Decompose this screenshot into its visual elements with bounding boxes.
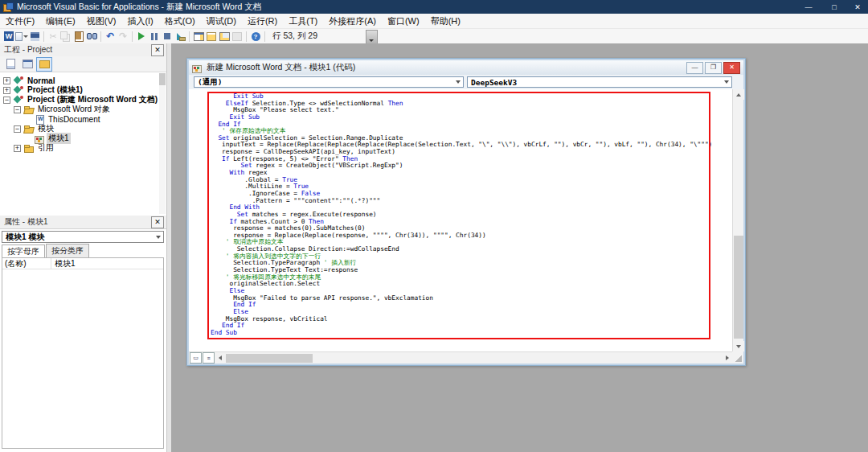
find-icon[interactable] bbox=[85, 31, 98, 43]
close-button[interactable]: ✕ bbox=[847, 0, 868, 14]
object-browser-icon[interactable] bbox=[218, 31, 231, 43]
undo-icon[interactable] bbox=[104, 31, 117, 43]
vba-app-icon bbox=[3, 2, 13, 12]
properties-panel-close-icon[interactable]: ✕ bbox=[151, 216, 164, 228]
toolbar-separator bbox=[189, 31, 190, 42]
code-line: End Sub bbox=[211, 330, 712, 337]
vertical-scrollbar[interactable] bbox=[732, 89, 743, 351]
procedure-view-button[interactable]: ▭ bbox=[190, 352, 202, 364]
help-icon[interactable] bbox=[249, 31, 262, 43]
run-icon[interactable] bbox=[135, 31, 148, 43]
code-window-controls: —❐✕ bbox=[686, 62, 743, 74]
scrollbar-thumb[interactable] bbox=[226, 354, 313, 363]
chevron-down-icon bbox=[456, 80, 461, 84]
project-explorer-icon[interactable] bbox=[192, 31, 205, 43]
scroll-right-button[interactable] bbox=[722, 353, 732, 364]
project-icon bbox=[13, 96, 24, 105]
tree-item-references[interactable]: +引用 bbox=[0, 143, 158, 153]
module-icon bbox=[191, 64, 203, 72]
minimize-button[interactable]: — bbox=[796, 0, 821, 14]
expand-icon[interactable]: + bbox=[3, 87, 10, 94]
break-icon[interactable] bbox=[148, 31, 161, 43]
scroll-up-button[interactable] bbox=[733, 89, 744, 100]
tree-item-module1[interactable]: 模块1 bbox=[0, 134, 158, 143]
scrollbar-thumb[interactable] bbox=[159, 73, 166, 85]
design-mode-icon[interactable] bbox=[174, 31, 186, 43]
reset-icon[interactable] bbox=[161, 31, 174, 43]
code-restore-button[interactable]: ❐ bbox=[705, 62, 722, 74]
properties-panel-title: 属性 - 模块1 bbox=[0, 216, 151, 228]
menu-file[interactable]: 文件(F) bbox=[0, 14, 40, 28]
code-window-titlebar[interactable]: 新建 Microsoft Word 文档 - 模块1 (代码) —❐✕ bbox=[189, 60, 743, 76]
procedure-dropdown[interactable]: DeepSeekV3 bbox=[467, 76, 732, 88]
code-line: .Pattern = """content"":""(.*?)""" bbox=[211, 198, 712, 205]
horizontal-scrollbar[interactable]: ▭ ≡ bbox=[189, 351, 732, 364]
menu-view[interactable]: 视图(V) bbox=[81, 14, 122, 28]
project-panel-titlebar: 工程 - Project ✕ bbox=[0, 43, 166, 57]
project-panel-close-icon[interactable]: ✕ bbox=[151, 44, 164, 56]
code-line: End If bbox=[211, 323, 712, 330]
view-code-icon[interactable] bbox=[2, 57, 18, 72]
menu-addins[interactable]: 外接程序(A) bbox=[323, 14, 382, 28]
project-panel-toolbar bbox=[0, 56, 166, 72]
scroll-left-button[interactable] bbox=[215, 353, 225, 364]
properties-window-icon[interactable] bbox=[205, 31, 218, 43]
tab-alphabetic[interactable]: 按字母序 bbox=[2, 244, 45, 258]
view-object-icon[interactable] bbox=[19, 57, 35, 72]
menu-run[interactable]: 运行(R) bbox=[242, 14, 283, 28]
menu-format[interactable]: 格式(O) bbox=[159, 14, 201, 28]
toolbar-overflow-button[interactable] bbox=[366, 30, 378, 44]
code-close-button[interactable]: ✕ bbox=[723, 62, 740, 74]
collapse-icon[interactable]: − bbox=[14, 106, 21, 113]
menu-debug[interactable]: 调试(D) bbox=[201, 14, 242, 28]
code-line: response = Replace(Replace(response, """… bbox=[211, 232, 712, 240]
toggle-folders-icon[interactable] bbox=[36, 57, 52, 72]
window-controls: —□✕ bbox=[796, 0, 868, 14]
tree-label: 引用 bbox=[36, 142, 55, 154]
maximize-button[interactable]: □ bbox=[821, 0, 847, 14]
tab-categorized[interactable]: 按分类序 bbox=[46, 244, 89, 257]
toolbox-icon bbox=[231, 31, 244, 43]
word-icon[interactable] bbox=[2, 31, 15, 43]
scroll-down-button[interactable] bbox=[733, 341, 744, 351]
code-window: 新建 Microsoft Word 文档 - 模块1 (代码) —❐✕ (通用)… bbox=[186, 58, 746, 366]
scrollbar-thumb[interactable] bbox=[734, 236, 743, 339]
tree-item-modules-folder[interactable]: −模块 bbox=[0, 124, 158, 134]
toolbar-icons bbox=[0, 29, 268, 43]
save-icon[interactable] bbox=[28, 31, 41, 43]
resize-grip[interactable] bbox=[732, 351, 743, 364]
insert-userform-icon[interactable] bbox=[15, 31, 28, 43]
code-line: MsgBox "Failed to parse API response.", … bbox=[211, 295, 712, 302]
toolbar-separator bbox=[264, 31, 265, 42]
chevron-down-icon bbox=[156, 236, 161, 239]
folder-open-icon bbox=[23, 125, 35, 134]
app-title: Microsoft Visual Basic for Applications … bbox=[17, 2, 261, 13]
project-panel-title: 工程 - Project bbox=[0, 44, 151, 55]
menu-tools[interactable]: 工具(T) bbox=[283, 14, 323, 28]
paste-icon[interactable] bbox=[72, 31, 85, 43]
toolbar-separator bbox=[43, 31, 44, 42]
menu-edit[interactable]: 编辑(E) bbox=[40, 14, 81, 28]
property-value[interactable]: 模块1 bbox=[51, 258, 163, 269]
property-row[interactable]: (名称)模块1 bbox=[2, 258, 163, 269]
collapse-icon[interactable]: − bbox=[14, 125, 21, 133]
code-minimize-button[interactable]: — bbox=[686, 62, 703, 74]
tree-item-word-objects[interactable]: −Microsoft Word 对象 bbox=[0, 105, 158, 114]
menu-help[interactable]: 帮助(H) bbox=[425, 14, 466, 28]
properties-tabs: 按字母序按分类序 bbox=[2, 245, 90, 257]
project-tree-scrollbar[interactable] bbox=[159, 73, 166, 214]
code-line: Exit Sub bbox=[211, 114, 712, 121]
menu-window[interactable]: 窗口(W) bbox=[382, 14, 425, 28]
full-module-view-button[interactable]: ≡ bbox=[203, 352, 215, 364]
tree-item-thisdocument[interactable]: ThisDocument bbox=[0, 114, 158, 124]
expand-icon[interactable]: + bbox=[14, 145, 21, 152]
object-dropdown[interactable]: (通用) bbox=[194, 76, 464, 88]
property-name: (名称) bbox=[2, 258, 51, 269]
code-line: End If bbox=[211, 302, 712, 309]
properties-object-selector[interactable]: 模块1 模块 bbox=[2, 231, 164, 243]
menu-insert[interactable]: 插入(I) bbox=[121, 14, 158, 28]
code-editor[interactable]: Exit Sub ElseIf Selection.Type <> wdSele… bbox=[189, 89, 732, 351]
collapse-icon[interactable]: − bbox=[3, 97, 10, 104]
code-line: MsgBox "Please select text." bbox=[211, 107, 712, 114]
expand-icon[interactable]: + bbox=[3, 77, 10, 84]
